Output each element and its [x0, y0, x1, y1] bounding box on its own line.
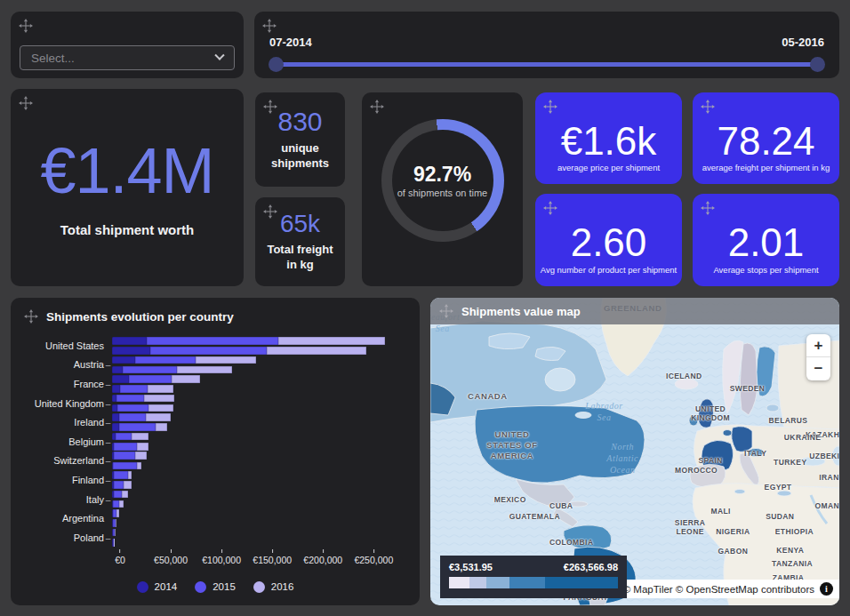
slider-handle-start[interactable] — [269, 57, 284, 72]
kpi-value: 78.24 — [717, 122, 814, 161]
kpi-ontime-card: 92.7% of shipments on time — [362, 92, 523, 286]
stacked-bar — [112, 509, 407, 517]
stacked-bar — [112, 500, 407, 508]
stacked-bar — [112, 413, 407, 421]
bar-segment-2015 — [114, 452, 134, 460]
bar-segment-2015 — [114, 443, 137, 451]
bar-segment-2016 — [148, 404, 173, 412]
move-icon — [263, 100, 277, 114]
kpi-value: 2.01 — [728, 223, 805, 262]
move-icon — [701, 201, 715, 215]
drag-handle[interactable] — [701, 100, 715, 114]
bar-segment-2015 — [113, 462, 137, 470]
bar-segment-2016 — [119, 500, 124, 508]
bar-segment-2016 — [144, 395, 174, 403]
date-range-card: 07-2014 05-2016 — [254, 12, 839, 78]
chart-row: Poland — [23, 528, 407, 548]
zoom-in-button[interactable]: + — [806, 334, 830, 357]
stacked-bar — [112, 491, 407, 499]
legend-gradient-step — [449, 577, 469, 588]
move-icon — [701, 100, 715, 114]
move-icon — [262, 19, 277, 33]
legend-dot — [137, 581, 148, 593]
bar-segment-2016 — [278, 337, 386, 345]
x-axis-tick: €250,000 — [354, 549, 393, 565]
legend-dot — [195, 581, 206, 593]
stacked-bar — [112, 529, 407, 537]
chart-legend: 201420152016 — [23, 581, 407, 593]
stacked-bar — [112, 539, 407, 547]
kpi-value: 65k — [280, 212, 320, 236]
bar-segment-2016 — [148, 385, 173, 393]
zoom-out-button[interactable]: − — [806, 357, 830, 380]
kpi-total-freight-card: 65k Total freight in kg — [255, 197, 345, 286]
bar-segment-2015 — [120, 385, 148, 393]
kpi-label: Average stops per shipment — [693, 265, 839, 275]
drag-handle[interactable] — [370, 100, 384, 114]
kpi-value: €1.4M — [40, 139, 213, 203]
stacked-bar — [112, 443, 407, 451]
country-label: Belgium — [23, 436, 112, 447]
chart-row: France — [23, 374, 407, 394]
slider-handle-end[interactable] — [810, 57, 825, 72]
bar-segment-2016 — [114, 539, 115, 547]
drag-handle[interactable] — [543, 201, 557, 215]
slider-track[interactable] — [276, 62, 818, 67]
bar-segment-2016 — [132, 433, 148, 441]
legend-label: 2015 — [212, 581, 236, 592]
drag-handle[interactable] — [701, 201, 715, 215]
chart-row: Belgium — [23, 432, 407, 452]
stacked-bar — [112, 395, 407, 403]
bar-segment-2015 — [116, 433, 132, 441]
stacked-bar — [112, 433, 407, 441]
drag-handle[interactable] — [262, 19, 277, 33]
bar-segment-2015 — [116, 395, 145, 403]
drag-handle[interactable] — [263, 204, 277, 219]
filter-card: Select... — [11, 12, 244, 78]
bar-segment-2016 — [172, 375, 200, 383]
x-axis-tick: €150,000 — [253, 549, 292, 565]
bar-segment-2014 — [112, 375, 129, 383]
kpi-total-worth-card: €1.4M Total shipment worth — [11, 89, 244, 286]
drag-handle[interactable] — [19, 96, 33, 110]
drag-handle[interactable] — [439, 304, 453, 318]
legend-gradient-bar — [449, 577, 618, 588]
country-label: Italy — [23, 494, 112, 505]
kpi-unique-shipments-card: 830 unique shipments — [255, 92, 345, 187]
map-color-legend: €3,531.95 €263,566.98 — [440, 556, 627, 598]
legend-gradient-step — [486, 577, 510, 588]
info-icon[interactable]: i — [820, 582, 833, 596]
donut-label: of shipments on time — [397, 188, 488, 198]
drag-handle[interactable] — [24, 309, 38, 324]
chart-row: Switzerland — [23, 452, 407, 471]
bar-segment-2014 — [112, 356, 135, 364]
bar-segment-2016 — [146, 413, 171, 421]
kpi-avg-products-card: 2.60 Avg number of product per shipment — [535, 194, 682, 286]
date-range-slider[interactable] — [269, 56, 825, 72]
drag-handle[interactable] — [263, 100, 277, 114]
country-label: Poland — [23, 532, 112, 543]
legend-item-2014[interactable]: 2014 — [137, 581, 178, 593]
kpi-value: 830 — [277, 108, 322, 135]
country-label: Finland — [23, 475, 112, 485]
drag-handle[interactable] — [543, 100, 557, 114]
move-icon — [543, 201, 557, 215]
stacked-bar — [112, 452, 407, 460]
x-axis: €0€50,000€100,000€150,000€200,000€250,00… — [120, 549, 407, 567]
drag-handle[interactable] — [19, 19, 33, 33]
stacked-bar — [112, 366, 407, 374]
bar-segment-2016 — [137, 443, 148, 451]
move-icon — [370, 100, 384, 114]
legend-item-2015[interactable]: 2015 — [195, 581, 236, 593]
kpi-label: Total shipment worth — [60, 222, 195, 237]
bar-segment-2014 — [112, 366, 123, 374]
chart-row: United Kingdom — [23, 394, 407, 413]
bar-plot: United StatesAustriaFranceUnited Kingdom… — [23, 336, 407, 548]
bar-segment-2015 — [147, 337, 278, 345]
x-axis-tick: €200,000 — [303, 549, 342, 565]
legend-item-2016[interactable]: 2016 — [253, 581, 294, 593]
kpi-value: 2.60 — [571, 223, 647, 262]
bar-segment-2015 — [135, 356, 196, 364]
country-select[interactable]: Select... — [20, 45, 235, 70]
stacked-bar — [112, 337, 407, 345]
